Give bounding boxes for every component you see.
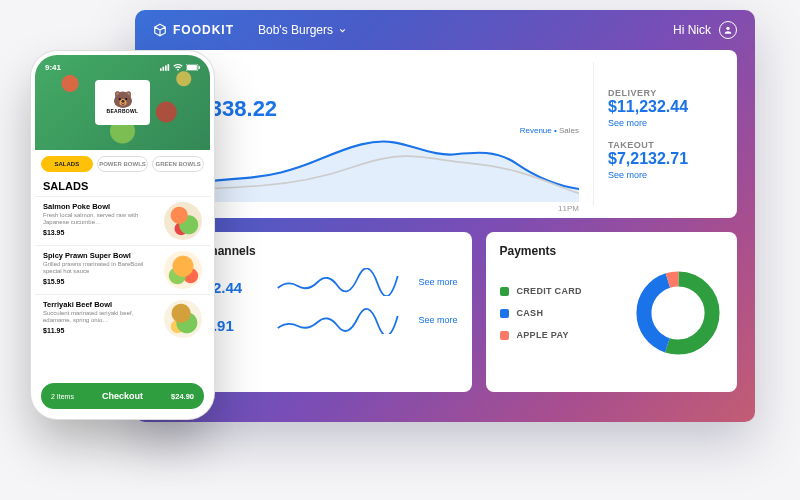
payments-donut-chart — [633, 268, 723, 358]
delivery-see-more[interactable]: See more — [608, 118, 723, 128]
svg-rect-4 — [160, 68, 162, 71]
today-card: Today REVENUE $17,338.22 Revenue • Sales… — [153, 50, 737, 218]
payments-legend: CREDIT CARD CASH APPLE PAY — [500, 286, 619, 340]
today-title: Today — [167, 62, 579, 76]
checkout-items: 2 Items — [51, 393, 74, 400]
checkout-label: Checkout — [74, 391, 171, 401]
web-see-more[interactable]: See more — [418, 315, 457, 325]
svg-rect-9 — [187, 65, 197, 70]
menu-list: Salmon Poke Bowl Fresh local salmon, ser… — [35, 196, 210, 377]
topbar: FOODKIT Bob's Burgers Hi Nick — [153, 10, 737, 50]
payments-title: Payments — [500, 244, 723, 258]
today-main: Today REVENUE $17,338.22 Revenue • Sales… — [167, 62, 579, 206]
revenue-label: REVENUE — [167, 84, 579, 94]
store-dropdown[interactable]: Bob's Burgers — [258, 23, 347, 37]
item-price: $13.95 — [43, 229, 158, 236]
chart-legend: Revenue • Sales — [520, 126, 579, 135]
dashboard-window: FOODKIT Bob's Burgers Hi Nick Today REVE… — [135, 10, 755, 422]
today-stats: DELIVERY $11,232.44 See more TAKEOUT $7,… — [593, 62, 723, 206]
tab-green-bowls[interactable]: GREEN BOWLS — [152, 156, 204, 172]
channel-app: APP $11,232.44 See more — [167, 268, 458, 296]
web-sparkline — [267, 306, 408, 334]
item-price: $11.95 — [43, 327, 158, 334]
wifi-icon — [173, 64, 183, 71]
swatch-icon — [500, 331, 509, 340]
legend-sales: Sales — [559, 126, 579, 135]
battery-icon — [186, 64, 200, 71]
checkout-total: $24.90 — [171, 392, 194, 401]
legend-revenue: Revenue — [520, 126, 552, 135]
svg-rect-5 — [163, 66, 165, 70]
menu-item[interactable]: Terriyaki Beef Bowl Succulent marinated … — [35, 294, 210, 343]
swatch-icon — [500, 309, 509, 318]
menu-item[interactable]: Spicy Prawn Super Bowl Grilled prawns ma… — [35, 245, 210, 294]
app-sparkline — [267, 268, 408, 296]
food-image-icon — [164, 202, 202, 240]
tab-salads[interactable]: SALADS — [41, 156, 93, 172]
sales-channels-title: Sales Channels — [167, 244, 458, 258]
axis-end: 11PM — [558, 204, 579, 213]
svg-rect-10 — [199, 66, 200, 69]
item-desc: Succulent marinated teriyaki beef, edama… — [43, 310, 158, 324]
takeout-stat: TAKEOUT $7,2132.71 See more — [608, 140, 723, 180]
item-price: $15.95 — [43, 278, 158, 285]
avatar-icon[interactable] — [719, 21, 737, 39]
payments-card: Payments CREDIT CARD CASH APPLE PAY — [486, 232, 737, 392]
food-image-icon — [164, 251, 202, 289]
tab-power-bowls[interactable]: POWER BOWLS — [97, 156, 149, 172]
phone-status-bar: 9:41 — [35, 59, 210, 75]
app-see-more[interactable]: See more — [418, 277, 457, 287]
phone-mockup: 9:41 🐻 BEARBOWL SALADS POWER BOWLS GREEN… — [35, 55, 210, 415]
svg-rect-6 — [165, 65, 167, 70]
restaurant-logo: 🐻 BEARBOWL — [95, 80, 150, 125]
takeout-see-more[interactable]: See more — [608, 170, 723, 180]
delivery-stat: DELIVERY $11,232.44 See more — [608, 88, 723, 128]
food-image-icon — [164, 300, 202, 338]
store-name: Bob's Burgers — [258, 23, 333, 37]
checkout-button[interactable]: 2 Items Checkout $24.90 — [41, 383, 204, 409]
svg-rect-7 — [168, 64, 170, 71]
chevron-down-icon — [338, 26, 347, 35]
section-heading: SALADS — [35, 178, 210, 196]
chart-axis: 9 AM 11PM — [167, 204, 579, 213]
cube-icon — [153, 23, 167, 37]
svg-point-0 — [726, 27, 729, 30]
revenue-chart: Revenue • Sales — [167, 126, 579, 202]
menu-item[interactable]: Salmon Poke Bowl Fresh local salmon, ser… — [35, 196, 210, 245]
signal-icon — [160, 64, 170, 71]
channel-web: WEB $8,175.91 See more — [167, 306, 458, 334]
takeout-label: TAKEOUT — [608, 140, 723, 150]
status-time: 9:41 — [45, 63, 61, 72]
item-desc: Fresh local salmon, served raw with Japa… — [43, 212, 158, 226]
delivery-label: DELIVERY — [608, 88, 723, 98]
legend-cash: CASH — [500, 308, 619, 318]
takeout-value: $7,2132.71 — [608, 150, 723, 168]
category-tabs: SALADS POWER BOWLS GREEN BOWLS — [35, 150, 210, 178]
swatch-icon — [500, 287, 509, 296]
delivery-value: $11,232.44 — [608, 98, 723, 116]
item-name: Salmon Poke Bowl — [43, 202, 158, 211]
item-desc: Grilled prawns marinated in BareBowl spe… — [43, 261, 158, 275]
item-name: Spicy Prawn Super Bowl — [43, 251, 158, 260]
brand-text: FOODKIT — [173, 23, 234, 37]
user-greeting: Hi Nick — [673, 21, 737, 39]
brand-logo: FOODKIT — [153, 23, 234, 37]
item-name: Terriyaki Beef Bowl — [43, 300, 158, 309]
revenue-value: $17,338.22 — [167, 96, 579, 122]
restaurant-name: BEARBOWL — [107, 108, 139, 114]
legend-apple-pay: APPLE PAY — [500, 330, 619, 340]
greeting-text: Hi Nick — [673, 23, 711, 37]
legend-credit-card: CREDIT CARD — [500, 286, 619, 296]
bear-icon: 🐻 — [113, 92, 133, 108]
